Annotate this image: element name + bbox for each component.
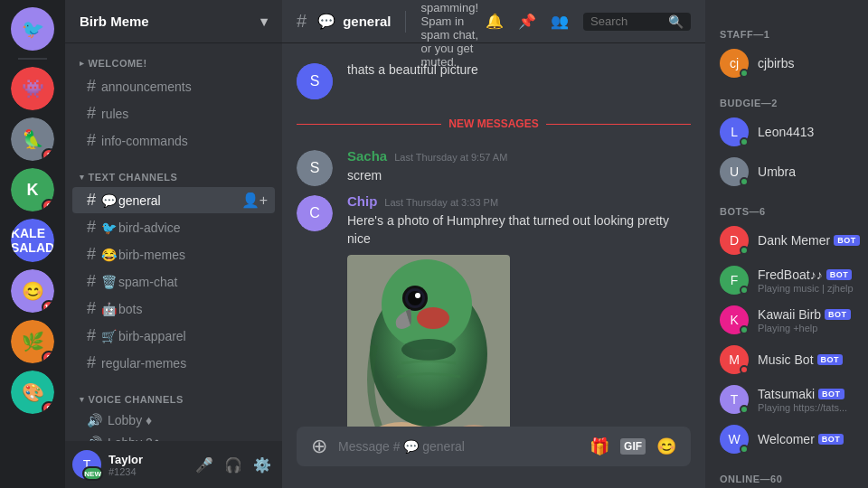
channel-regular-memes[interactable]: # regular-memes bbox=[72, 350, 275, 376]
member-sub-text: Playing https://tats... bbox=[758, 402, 868, 413]
voice-channel-lobby2[interactable]: 🔊 Lobby 2♣ bbox=[72, 432, 275, 441]
svg-point-9 bbox=[408, 291, 422, 305]
message-avatar: S bbox=[297, 63, 333, 99]
member-item-leon[interactable]: L Leon4413 bbox=[712, 112, 868, 152]
microphone-icon[interactable]: 🎤 bbox=[192, 453, 217, 477]
hash-icon: # bbox=[87, 191, 96, 210]
message-image bbox=[347, 255, 618, 427]
category-welcome[interactable]: ▸ WELCOME! bbox=[65, 43, 282, 72]
channel-general[interactable]: # 💬 general 👤+ bbox=[72, 187, 275, 213]
search-input[interactable] bbox=[590, 14, 663, 28]
member-item-dank-memer[interactable]: D Dank Memer BOT bbox=[712, 221, 868, 260]
gif-icon[interactable]: GIF bbox=[620, 438, 646, 455]
member-info: Tatsumaki BOT Playing https://tats... bbox=[758, 387, 868, 413]
channel-bots[interactable]: # 🤖 bots bbox=[72, 296, 275, 322]
member-name: Leon4413 bbox=[758, 125, 868, 139]
add-user-icon[interactable]: 👤+ bbox=[241, 192, 268, 209]
status-dot bbox=[740, 69, 749, 78]
hash-icon: # bbox=[87, 218, 96, 237]
status-dot bbox=[740, 405, 749, 414]
text-channels-section: ▾ TEXT CHANNELS # 💬 general 👤+ # 🐦 bird-… bbox=[65, 157, 282, 376]
divider-label: NEW MESSAGES bbox=[441, 117, 545, 130]
channel-birb-memes[interactable]: # 😂 birb-memes bbox=[72, 241, 275, 267]
bot-badge: BOT bbox=[817, 354, 844, 365]
category-text-channels[interactable]: ▾ TEXT CHANNELS bbox=[65, 157, 282, 186]
member-item-cjbirbs[interactable]: cj cjbirbs bbox=[712, 43, 868, 83]
channel-bird-advice[interactable]: # 🐦 bird-advice bbox=[72, 214, 275, 240]
server-icon-2[interactable]: 🦜 1 bbox=[11, 117, 54, 161]
server-icon-4[interactable]: KALESALAD bbox=[11, 219, 54, 262]
status-dot bbox=[740, 286, 749, 295]
member-item-music-bot[interactable]: M Music Bot BOT bbox=[712, 340, 868, 380]
search-box[interactable]: 🔍 bbox=[583, 13, 691, 31]
settings-icon[interactable]: ⚙️ bbox=[250, 453, 275, 477]
member-list: STAFF—1 cj cjbirbs BUDGIE—2 L Leon4413 U… bbox=[705, 0, 868, 488]
channel-rules[interactable]: # rules bbox=[72, 100, 275, 127]
divider-line bbox=[546, 124, 691, 125]
message-content: Chip Last Thursday at 3:33 PM Here's a p… bbox=[347, 193, 691, 427]
voice-channel-lobby[interactable]: 🔊 Lobby ♦ bbox=[72, 409, 275, 431]
channel-birb-apparel[interactable]: # 🛒 birb-apparel bbox=[72, 323, 275, 349]
headset-icon[interactable]: 🎧 bbox=[221, 453, 246, 477]
member-item-kawaii-birb[interactable]: K Kawaii Birb BOT Playing +help bbox=[712, 300, 868, 340]
message-content: Sacha Last Thursday at 9:57 AM screm bbox=[347, 148, 691, 186]
member-name: Tatsumaki BOT bbox=[758, 387, 868, 401]
user-controls: 🎤 🎧 ⚙️ bbox=[192, 453, 275, 477]
server-icon-6[interactable]: 🌿 2 bbox=[11, 320, 54, 363]
user-badge: NEW bbox=[82, 466, 103, 481]
current-user-avatar: T NEW bbox=[72, 450, 101, 479]
hash-icon: # bbox=[87, 104, 96, 123]
server-icon-5[interactable]: 😊 15 bbox=[11, 269, 54, 313]
channel-sidebar: Birb Meme ▾ ▸ WELCOME! # announcements #… bbox=[65, 0, 282, 488]
members-icon[interactable]: 👥 bbox=[551, 13, 569, 30]
chevron-down-icon: ▾ bbox=[260, 14, 268, 30]
server-icon-1[interactable]: 👾 bbox=[11, 67, 54, 110]
server-icon-7[interactable]: 🎨 9 bbox=[11, 371, 54, 414]
hash-icon: # bbox=[87, 77, 96, 96]
member-name: Music Bot BOT bbox=[758, 352, 868, 367]
message-input[interactable] bbox=[338, 439, 579, 454]
server-icon-birbmeme[interactable]: 🐦 bbox=[11, 7, 54, 51]
message-input-box: ⊕ 🎁 GIF 😊 bbox=[297, 427, 691, 466]
server-icon-3[interactable]: K 6 bbox=[11, 168, 54, 211]
channel-announcements[interactable]: # announcements bbox=[72, 73, 275, 99]
emoji-icon[interactable]: 😊 bbox=[656, 436, 676, 456]
user-panel: T NEW Taylor #1234 🎤 🎧 ⚙️ bbox=[65, 441, 282, 488]
online-section-header: ONLINE—60 bbox=[712, 459, 868, 488]
category-voice-channels[interactable]: ▾ VOICE CHANNELS bbox=[65, 380, 282, 408]
bell-icon[interactable]: 🔔 bbox=[486, 13, 504, 30]
message-header: Sacha Last Thursday at 9:57 AM bbox=[347, 148, 691, 164]
member-sub-text: Playing music | zjhelp bbox=[758, 283, 868, 294]
channel-info-commands[interactable]: # info-commands bbox=[72, 127, 275, 154]
member-item-fredboat[interactable]: F FredBoat♪♪ BOT Playing music | zjhelp bbox=[712, 260, 868, 300]
member-name: Welcomer BOT bbox=[758, 432, 868, 446]
status-dot bbox=[740, 177, 749, 186]
member-item-tatsumaki[interactable]: T Tatsumaki BOT Playing https://tats... bbox=[712, 380, 868, 419]
server-name: Birb Meme bbox=[80, 14, 260, 29]
channel-header: # 💬 general Be nice! No spamming! Spam i… bbox=[282, 0, 705, 43]
member-avatar: M bbox=[720, 345, 749, 374]
channel-spam-chat[interactable]: # 🗑️ spam-chat bbox=[72, 268, 275, 295]
bot-badge: BOT bbox=[834, 235, 860, 246]
pin-icon[interactable]: 📌 bbox=[518, 13, 536, 30]
message-text: Here's a photo of Humphrey that turned o… bbox=[347, 212, 691, 248]
header-icons: 🔔 📌 👥 🔍 bbox=[486, 13, 691, 31]
member-info: Dank Memer BOT bbox=[758, 233, 868, 248]
message-text: screm bbox=[347, 167, 691, 185]
gift-icon[interactable]: 🎁 bbox=[590, 436, 609, 456]
channel-list: ▸ WELCOME! # announcements # rules # inf… bbox=[65, 43, 282, 441]
message-header: Chip Last Thursday at 3:33 PM bbox=[347, 193, 691, 209]
bots-section-header: BOTS—6 bbox=[712, 192, 868, 221]
member-info: Music Bot BOT bbox=[758, 352, 868, 367]
status-dot bbox=[740, 365, 749, 374]
server-header[interactable]: Birb Meme ▾ bbox=[65, 0, 282, 43]
message-avatar: S bbox=[297, 150, 333, 186]
member-item-umbra[interactable]: U Umbra bbox=[712, 152, 868, 192]
speaker-icon: 🔊 bbox=[87, 413, 102, 427]
member-avatar: K bbox=[720, 305, 749, 334]
add-file-icon[interactable]: ⊕ bbox=[311, 435, 327, 458]
member-name: Umbra bbox=[758, 164, 868, 179]
member-item-welcomer[interactable]: W Welcomer BOT bbox=[712, 419, 868, 459]
bot-badge: BOT bbox=[818, 389, 844, 399]
member-avatar: U bbox=[720, 157, 749, 186]
